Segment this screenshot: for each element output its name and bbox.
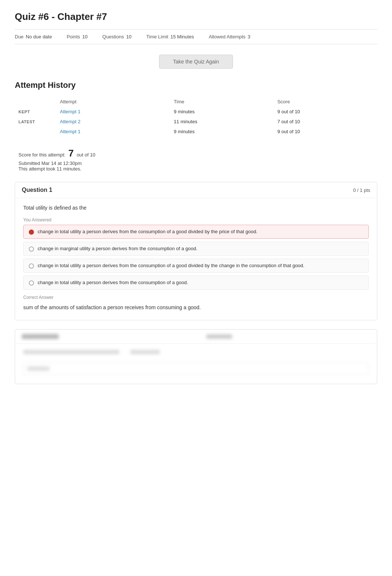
table-row: Attempt 1 9 minutes 9 out of 10	[15, 127, 377, 137]
attempt-time-0: 9 minutes	[170, 107, 274, 117]
question-1-points: 0 / 1 pts	[353, 187, 370, 193]
attempt-link-anchor-0[interactable]: Attempt 1	[60, 109, 80, 114]
radio-empty-icon-2	[29, 246, 34, 252]
answer-text-2: change in marginal utility a person deri…	[38, 246, 197, 251]
blur-answer-box	[23, 362, 369, 375]
allowed-attempts-value: 3	[248, 34, 250, 39]
question-2-body-blur	[15, 344, 377, 384]
table-header-score: Score	[274, 97, 377, 107]
blur-inner-line	[27, 366, 49, 371]
attempt-tag-1: LATEST	[15, 117, 56, 127]
time-limit-label: Time Limit	[146, 34, 168, 39]
blur-line-1	[23, 350, 119, 354]
attempt-link-1[interactable]: Attempt 2	[56, 117, 170, 127]
selected-answer-option[interactable]: change in total utility a person derives…	[23, 225, 369, 239]
answer-text-4: change in total utility a person derives…	[38, 280, 188, 285]
due-value: No due date	[26, 34, 52, 39]
bottom-spacer	[15, 393, 377, 467]
points-label: Points	[67, 34, 80, 39]
correct-answer-text: sum of the amounts of satisfaction a per…	[23, 301, 369, 313]
meta-points: Points 10	[67, 34, 88, 39]
questions-value: 10	[126, 34, 131, 39]
question-1-text: Total utility is defined as the	[23, 205, 369, 211]
table-header-time: Time	[170, 97, 274, 107]
question-1-header: Question 1 0 / 1 pts	[15, 182, 377, 198]
score-block: Score for this attempt: 7 out of 10 Subm…	[15, 148, 377, 172]
page-title: Quiz #6 - Chapter #7	[15, 11, 377, 23]
score-out-of: out of 10	[77, 152, 96, 158]
selected-answer-text: change in total utility a person derives…	[38, 229, 257, 234]
attempt-link-2[interactable]: Attempt 1	[56, 127, 170, 137]
attempt-history-title: Attempt History	[15, 80, 377, 90]
meta-questions: Questions 10	[102, 34, 131, 39]
table-row: LATEST Attempt 2 11 minutes 7 out of 10	[15, 117, 377, 127]
attempt-tag-0: KEPT	[15, 107, 56, 117]
answer-text-3: change in total utility a person derives…	[38, 263, 305, 268]
answer-option-2[interactable]: change in marginal utility a person deri…	[23, 242, 369, 256]
questions-label: Questions	[102, 34, 124, 39]
table-row: KEPT Attempt 1 9 minutes 9 out of 10	[15, 107, 377, 117]
meta-due: Due No due date	[15, 34, 52, 39]
table-tag-col	[15, 97, 56, 107]
question-1-title: Question 1	[22, 187, 52, 193]
points-value: 10	[82, 34, 87, 39]
you-answered-label: You Answered	[23, 217, 369, 223]
allowed-attempts-label: Allowed Attempts	[209, 34, 245, 39]
question-2-points-blur	[206, 334, 232, 339]
radio-empty-icon-3	[29, 263, 34, 269]
attempt-tag-2	[15, 127, 56, 137]
answer-option-3[interactable]: change in total utility a person derives…	[23, 259, 369, 273]
attempt-score-2: 9 out of 10	[274, 127, 377, 137]
quiz-meta: Due No due date Points 10 Questions 10 T…	[15, 29, 377, 44]
question-2-title-blur	[22, 334, 59, 339]
radio-empty-icon-4	[29, 280, 34, 286]
attempt-link-0[interactable]: Attempt 1	[56, 107, 170, 117]
correct-answer-label: Correct Answer	[23, 295, 369, 300]
radio-filled-icon	[29, 230, 34, 235]
question-1-block: Question 1 0 / 1 pts Total utility is de…	[15, 182, 377, 320]
due-label: Due	[15, 34, 24, 39]
duration-text: This attempt took 11 minutes.	[18, 166, 377, 172]
table-header-attempt: Attempt	[56, 97, 170, 107]
question-2-header	[15, 330, 377, 344]
submitted-text: Submitted Mar 14 at 12:30pm	[18, 161, 377, 166]
meta-time-limit: Time Limit 15 Minutes	[146, 34, 194, 39]
take-quiz-button[interactable]: Take the Quiz Again	[159, 55, 233, 69]
blur-line-2	[130, 350, 160, 354]
attempt-score-0: 9 out of 10	[274, 107, 377, 117]
attempt-history-table: Attempt Time Score KEPT Attempt 1 9 minu…	[15, 97, 377, 137]
question-1-body: Total utility is defined as the You Answ…	[15, 198, 377, 320]
attempt-link-anchor-2[interactable]: Attempt 1	[60, 129, 80, 134]
answer-option-4[interactable]: change in total utility a person derives…	[23, 276, 369, 290]
attempt-time-2: 9 minutes	[170, 127, 274, 137]
attempt-score-1: 7 out of 10	[274, 117, 377, 127]
time-limit-value: 15 Minutes	[171, 34, 194, 39]
attempt-link-anchor-1[interactable]: Attempt 2	[60, 119, 80, 124]
question-2-block	[15, 329, 377, 384]
meta-allowed-attempts: Allowed Attempts 3	[209, 34, 250, 39]
score-number: 7	[68, 148, 73, 159]
attempt-time-1: 11 minutes	[170, 117, 274, 127]
score-for-this-attempt-label: Score for this attempt:	[18, 152, 65, 158]
